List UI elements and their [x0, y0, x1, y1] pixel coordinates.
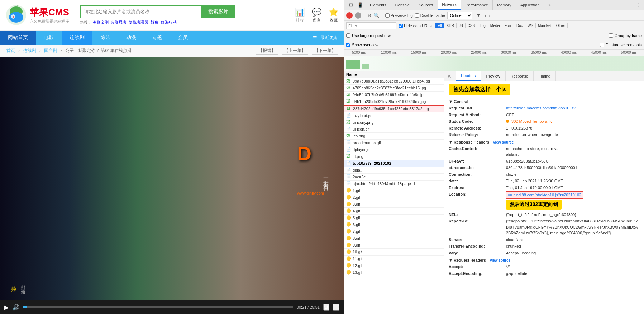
group-by-frame-label[interactable]: Group by frame: [609, 33, 642, 38]
show-overview-checkbox[interactable]: [346, 43, 350, 47]
filter-css[interactable]: CSS: [465, 23, 477, 28]
list-item[interactable]: 📄 ajax.html?rid=4804&mid=1&page=1: [344, 181, 444, 187]
throttle-settings-icon[interactable]: ▼: [474, 11, 482, 19]
settings-button[interactable]: ⚙: [323, 304, 329, 311]
section-request-headers[interactable]: Request Headers view source: [449, 258, 640, 262]
hide-data-urls-label[interactable]: Hide data URLs: [399, 24, 432, 28]
volume-button[interactable]: 🔊: [12, 304, 19, 311]
video-screen[interactable]: 一 世 不 过 百 月 D www.dinfly.com 忘掉 审判：王光楠: [0, 57, 344, 300]
tab-sources[interactable]: Sources: [414, 0, 438, 10]
list-item[interactable]: 🖼 94e5fb07b7b0af6b81997ed0c1e4fe8e.jpg: [344, 92, 444, 98]
list-item[interactable]: 🟡 13.gif: [344, 269, 444, 276]
tab-elements[interactable]: Elements: [366, 0, 391, 10]
capture-screenshots-checkbox[interactable]: [600, 43, 604, 47]
show-overview-label[interactable]: Show overview: [346, 43, 378, 47]
group-by-frame-checkbox[interactable]: [609, 33, 613, 38]
star-nav-icon[interactable]: ⭐ 收藏: [329, 8, 338, 23]
nav-item-home[interactable]: 网站首页: [0, 31, 36, 45]
next-episode-btn[interactable]: 【下一集】: [312, 47, 338, 55]
preserve-log-label[interactable]: Preserve log: [385, 13, 413, 18]
list-item[interactable]: 📄 dplayer.js: [344, 146, 444, 153]
list-item[interactable]: 🖼 99a7e0bbDuaTte3c31ee8529060 1Tbb4.jpg: [344, 78, 444, 85]
progress-bar[interactable]: [23, 306, 293, 308]
disable-cache-checkbox[interactable]: [415, 13, 419, 18]
list-item[interactable]: 🖼 ui-icony.png: [344, 119, 444, 126]
breadcrumb-home[interactable]: 首页: [6, 48, 15, 53]
section-general[interactable]: General: [449, 99, 640, 104]
list-item[interactable]: 📄 breadcrumbs.gif: [344, 140, 444, 146]
view-source-request[interactable]: view source: [490, 258, 510, 262]
search-icon[interactable]: 🔍: [373, 13, 379, 18]
list-item[interactable]: 🟡 8.gif: [344, 235, 444, 242]
list-item[interactable]: 📄 ui-icon.gif: [344, 126, 444, 133]
large-rows-checkbox[interactable]: [346, 33, 350, 38]
devtools-more-icon[interactable]: ⋮: [635, 1, 643, 9]
prev-episode-btn[interactable]: 【上一集】: [282, 47, 308, 55]
list-item[interactable]: 🟡 6.gif: [344, 221, 444, 228]
filter-all[interactable]: All: [435, 23, 444, 28]
filter-xhr[interactable]: XHR: [444, 23, 456, 28]
nav-item-drama[interactable]: 连续剧: [62, 31, 92, 45]
tab-performance[interactable]: Performance: [461, 0, 493, 10]
detail-tab-preview[interactable]: Preview: [481, 71, 506, 81]
list-item[interactable]: 🟡 2.gif: [344, 194, 444, 201]
list-item[interactable]: 🟡 9.gif: [344, 242, 444, 249]
devtools-device-icon[interactable]: 📱: [356, 1, 364, 9]
nav-right-update[interactable]: ☰ 最近更新: [311, 34, 344, 41]
filter-icon[interactable]: ⊕: [367, 13, 371, 18]
nav-item-special[interactable]: 专题: [144, 31, 170, 45]
filter-other[interactable]: Other: [554, 23, 568, 28]
search-button[interactable]: 搜索影片: [202, 5, 235, 18]
list-item[interactable]: 🟡 11.gif: [344, 256, 444, 262]
nav-item-vip[interactable]: 会员: [170, 31, 196, 45]
filter-input[interactable]: [346, 22, 396, 29]
list-item[interactable]: 🟡 12.gif: [344, 262, 444, 269]
play-button[interactable]: ▶: [4, 304, 9, 311]
hide-data-urls-checkbox[interactable]: [399, 24, 403, 28]
disable-cache-label[interactable]: Disable cache: [415, 13, 445, 18]
report-btn[interactable]: 【报错】: [256, 47, 278, 55]
tab-network[interactable]: Network: [438, 0, 461, 10]
filter-font[interactable]: Font: [502, 23, 514, 28]
tab-more[interactable]: »: [544, 0, 555, 10]
detail-tab-timing[interactable]: Timing: [534, 71, 556, 81]
list-item[interactable]: 🖼 d4b1eb209db021e728af741fb0929fe7.jpg: [344, 98, 444, 105]
throttle-select[interactable]: Online Offline Fast 3G Slow 3G: [447, 12, 472, 19]
list-item[interactable]: 🟡 3.gif: [344, 201, 444, 208]
filter-img[interactable]: Img: [477, 23, 488, 28]
list-item[interactable]: 🟡 7.gif: [344, 228, 444, 235]
list-item[interactable]: 📄 dpla...: [344, 167, 444, 174]
list-item-highlighted[interactable]: 🖼 287d4202c49c935b1cb4232ebd5317a2.jpg: [344, 105, 444, 112]
list-item[interactable]: 🖼 4709eb865ec2c3587fec3fac21eebb15.jpg: [344, 85, 444, 92]
message-nav-icon[interactable]: 💬 留言: [312, 8, 321, 23]
list-item[interactable]: 🟡 1.gif: [344, 187, 444, 194]
tab-console[interactable]: Console: [391, 0, 414, 10]
filter-media[interactable]: Media: [488, 23, 502, 28]
rank-nav-icon[interactable]: 📊 排行: [295, 8, 305, 23]
search-input[interactable]: [80, 5, 202, 18]
list-item[interactable]: 🟡 5.gif: [344, 215, 444, 221]
filter-manifest[interactable]: Manifest: [535, 23, 554, 28]
tab-application[interactable]: Application: [516, 0, 544, 10]
view-source-response[interactable]: view source: [493, 140, 514, 144]
nav-item-movie[interactable]: 电影: [36, 31, 62, 45]
large-rows-label[interactable]: Use large request rows: [346, 33, 392, 38]
list-item[interactable]: 🟡 10.gif: [344, 249, 444, 256]
fullscreen-button[interactable]: ⛶: [333, 304, 339, 311]
section-response-headers[interactable]: Response Headers view source: [449, 140, 640, 144]
breadcrumb-drama[interactable]: 连续剧: [23, 48, 36, 53]
devtools-cursor-icon[interactable]: ⊡: [347, 1, 355, 9]
list-item-selected[interactable]: 📄 top10.js?r=20210102: [344, 160, 444, 167]
capture-screenshots-label[interactable]: Capture screenshots: [600, 43, 642, 47]
close-details-btn[interactable]: ✕: [444, 71, 454, 81]
list-item[interactable]: 🖼 ico.png: [344, 133, 444, 140]
detail-tab-headers[interactable]: Headers: [456, 71, 481, 81]
filter-doc[interactable]: Doc: [514, 23, 525, 28]
filter-ws[interactable]: WS: [525, 23, 535, 28]
list-item[interactable]: 📄 lazyload.js: [344, 112, 444, 119]
tab-memory[interactable]: Memory: [493, 0, 516, 10]
list-item[interactable]: 🖼 fit.png: [344, 153, 444, 160]
list-item[interactable]: 📄 ?ac=5e...: [344, 174, 444, 181]
stop-record-button[interactable]: [355, 12, 361, 19]
nav-item-anime[interactable]: 动漫: [118, 31, 144, 45]
